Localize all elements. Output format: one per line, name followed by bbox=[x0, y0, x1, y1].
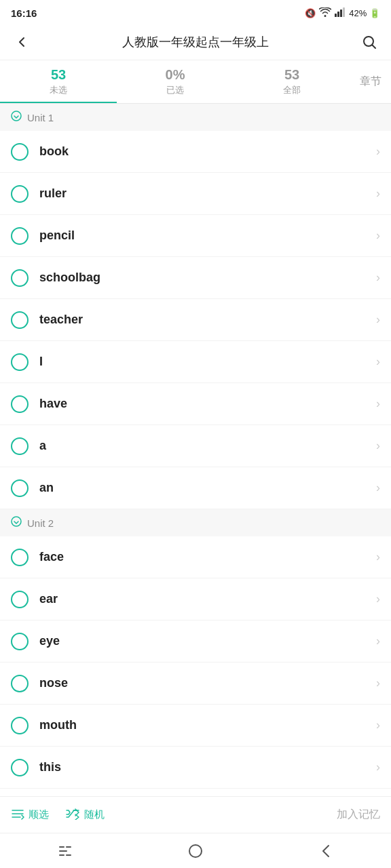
tab-unselected-count: 53 bbox=[51, 67, 66, 83]
chevron-right-icon: › bbox=[376, 481, 380, 495]
unit2-label: Unit 2 bbox=[27, 517, 54, 529]
list-item[interactable]: pencil › bbox=[0, 215, 391, 257]
checkbox-book[interactable] bbox=[11, 143, 29, 161]
checkbox-schoolbag[interactable] bbox=[11, 269, 29, 287]
svg-rect-0 bbox=[335, 14, 337, 17]
list-item[interactable]: mouth › bbox=[0, 705, 391, 747]
unit2-header: Unit 2 bbox=[0, 509, 391, 536]
list-item[interactable]: face › bbox=[0, 536, 391, 578]
checkbox-i[interactable] bbox=[11, 353, 29, 371]
list-item[interactable]: teacher › bbox=[0, 299, 391, 341]
page-title: 人教版一年级起点一年级上 bbox=[122, 34, 269, 50]
tab-selected-label: 已选 bbox=[166, 84, 184, 96]
list-item[interactable]: this › bbox=[0, 747, 391, 789]
word-teacher: teacher bbox=[39, 313, 376, 327]
status-time: 16:16 bbox=[11, 7, 37, 19]
mute-icon: 🔇 bbox=[305, 8, 316, 18]
word-ruler: ruler bbox=[39, 186, 376, 201]
list-item[interactable]: a › bbox=[0, 425, 391, 467]
android-nav-bar bbox=[0, 833, 391, 868]
add-to-memory-button[interactable]: 加入记忆 bbox=[337, 808, 380, 822]
unit1-collapse-icon[interactable] bbox=[11, 111, 22, 124]
random-icon bbox=[65, 808, 80, 822]
word-book: book bbox=[39, 144, 376, 159]
chevron-right-icon: › bbox=[376, 186, 380, 201]
word-an: an bbox=[39, 481, 376, 495]
status-icons: 🔇 42% 🔋 bbox=[305, 7, 380, 19]
tab-bar: 53 未选 0% 已选 53 全部 章节 bbox=[0, 60, 391, 104]
word-nose: nose bbox=[39, 676, 376, 690]
tab-selected-count: 0% bbox=[166, 67, 185, 83]
chevron-right-icon: › bbox=[376, 634, 380, 648]
checkbox-face[interactable] bbox=[11, 549, 29, 566]
chevron-right-icon: › bbox=[376, 229, 380, 243]
checkbox-nose[interactable] bbox=[11, 675, 29, 692]
checkbox-have[interactable] bbox=[11, 395, 29, 413]
list-item[interactable]: an › bbox=[0, 467, 391, 509]
tab-total-label: 全部 bbox=[283, 84, 301, 96]
word-eye: eye bbox=[39, 634, 376, 648]
sequential-label: 顺选 bbox=[29, 808, 49, 821]
list-item[interactable]: nose › bbox=[0, 663, 391, 705]
checkbox-ear[interactable] bbox=[11, 591, 29, 608]
list-item[interactable]: I › bbox=[0, 341, 391, 383]
checkbox-eye[interactable] bbox=[11, 633, 29, 650]
word-ear: ear bbox=[39, 592, 376, 606]
sequential-button[interactable]: 顺选 bbox=[11, 808, 49, 822]
status-bar: 16:16 🔇 42% 🔋 bbox=[0, 0, 391, 24]
word-have: have bbox=[39, 397, 376, 411]
chevron-right-icon: › bbox=[376, 355, 380, 369]
random-button[interactable]: 随机 bbox=[65, 808, 105, 822]
chevron-right-icon: › bbox=[376, 550, 380, 564]
tab-total[interactable]: 53 全部 bbox=[234, 60, 350, 103]
unit1-label: Unit 1 bbox=[27, 112, 54, 123]
checkbox-teacher[interactable] bbox=[11, 311, 29, 329]
chevron-right-icon: › bbox=[376, 718, 380, 732]
chevron-right-icon: › bbox=[376, 592, 380, 606]
nav-menu-button[interactable] bbox=[45, 837, 86, 865]
checkbox-a[interactable] bbox=[11, 437, 29, 455]
list-item[interactable]: have › bbox=[0, 383, 391, 425]
list-item[interactable]: schoolbag › bbox=[0, 257, 391, 299]
tab-total-count: 53 bbox=[284, 67, 299, 83]
svg-point-16 bbox=[189, 845, 202, 857]
chevron-right-icon: › bbox=[376, 144, 380, 159]
bottom-action-bar: 顺选 随机 加入记忆 bbox=[0, 796, 391, 833]
svg-rect-1 bbox=[337, 12, 339, 17]
svg-rect-3 bbox=[343, 7, 345, 17]
tab-unselected[interactable]: 53 未选 bbox=[0, 60, 117, 103]
list-item[interactable]: ruler › bbox=[0, 173, 391, 215]
tab-unselected-label: 未选 bbox=[50, 84, 67, 96]
chevron-right-icon: › bbox=[376, 760, 380, 774]
list-item[interactable]: book › bbox=[0, 131, 391, 173]
chevron-right-icon: › bbox=[376, 676, 380, 690]
chevron-right-icon: › bbox=[376, 313, 380, 327]
svg-rect-2 bbox=[340, 9, 342, 17]
checkbox-ruler[interactable] bbox=[11, 185, 29, 203]
list-item[interactable]: eye › bbox=[0, 620, 391, 663]
unit1-header: Unit 1 bbox=[0, 104, 391, 131]
chevron-right-icon: › bbox=[376, 271, 380, 285]
unit2-collapse-icon[interactable] bbox=[11, 516, 22, 530]
signal-icon bbox=[335, 7, 346, 19]
chevron-right-icon: › bbox=[376, 439, 380, 453]
list-item[interactable]: ear › bbox=[0, 578, 391, 620]
word-list-content: Unit 1 book › ruler › pencil › schoolbag… bbox=[0, 104, 391, 868]
word-a: a bbox=[39, 439, 376, 453]
tab-chapter[interactable]: 章节 bbox=[350, 60, 391, 103]
checkbox-mouth[interactable] bbox=[11, 717, 29, 734]
checkbox-this[interactable] bbox=[11, 759, 29, 776]
checkbox-pencil[interactable] bbox=[11, 227, 29, 245]
sequential-icon bbox=[11, 808, 24, 822]
search-button[interactable] bbox=[358, 31, 380, 53]
nav-back-button[interactable] bbox=[305, 837, 346, 865]
checkbox-an[interactable] bbox=[11, 479, 29, 497]
word-this: this bbox=[39, 760, 376, 774]
tab-selected[interactable]: 0% 已选 bbox=[117, 60, 234, 103]
word-pencil: pencil bbox=[39, 229, 376, 243]
wifi-icon bbox=[319, 7, 331, 19]
nav-home-button[interactable] bbox=[175, 837, 216, 865]
add-to-memory-label: 加入记忆 bbox=[337, 808, 380, 820]
back-button[interactable] bbox=[11, 31, 33, 53]
word-schoolbag: schoolbag bbox=[39, 271, 376, 285]
